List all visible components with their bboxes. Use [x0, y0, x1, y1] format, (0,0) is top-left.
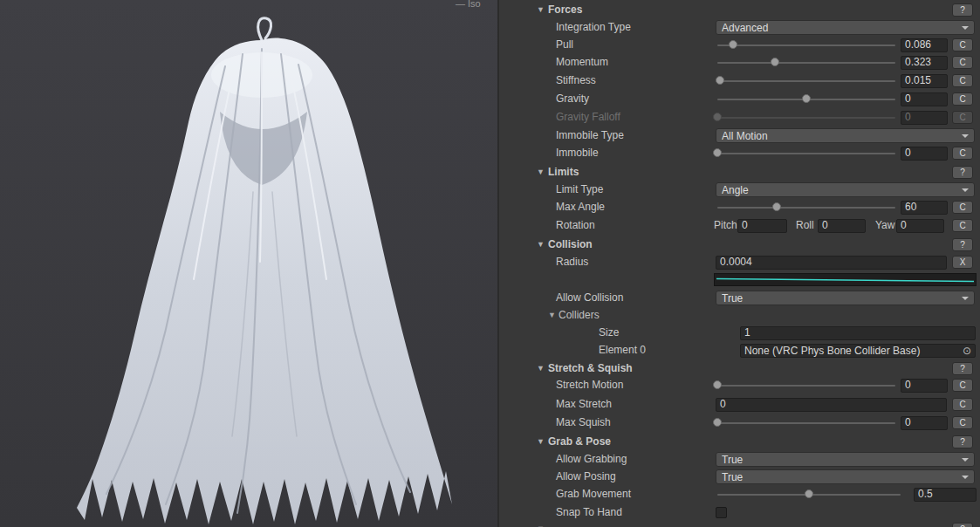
- chevron-down-icon: [962, 458, 969, 462]
- field-label: Allow Grabbing: [556, 453, 627, 465]
- row-limit-type: Limit Type Angle: [499, 182, 980, 198]
- pitch-field[interactable]: 0: [737, 219, 787, 233]
- clear-button[interactable]: X: [952, 256, 973, 269]
- help-button[interactable]: ?: [952, 435, 973, 448]
- row-max-stretch: Max Stretch 0 C: [499, 397, 980, 413]
- field-label: Immobile Type: [556, 129, 624, 141]
- stiffness-value-field[interactable]: 0.015: [901, 74, 948, 88]
- element0-object-field[interactable]: None (VRC Phys Bone Collider Base) ⊙: [740, 344, 976, 358]
- row-colliders-size: Size 1: [499, 325, 980, 341]
- section-title[interactable]: Stretch & Squish: [548, 362, 633, 374]
- pull-value-field[interactable]: 0.086: [901, 38, 948, 52]
- snap-to-hand-checkbox[interactable]: [716, 507, 727, 518]
- dropdown-value: True: [722, 292, 962, 305]
- copy-button[interactable]: C: [952, 398, 973, 411]
- slider-handle[interactable]: [805, 489, 813, 498]
- slider-track: [717, 117, 895, 119]
- row-snap-to-hand: Snap To Hand: [499, 505, 980, 521]
- foldout-arrow-icon[interactable]: ▼: [537, 363, 545, 373]
- max-stretch-field[interactable]: 0: [716, 398, 947, 412]
- momentum-slider[interactable]: [717, 55, 895, 71]
- help-button[interactable]: ?: [952, 166, 973, 179]
- allow-collision-dropdown[interactable]: True: [716, 291, 975, 305]
- foldout-arrow-icon[interactable]: ▼: [537, 239, 545, 250]
- section-header-collision: ▼ Collision ?: [499, 237, 980, 253]
- colliders-size-field[interactable]: 1: [740, 326, 976, 340]
- slider-handle[interactable]: [802, 94, 811, 103]
- limit-type-dropdown[interactable]: Angle: [716, 182, 975, 197]
- slider-handle[interactable]: [771, 58, 779, 66]
- slider-handle[interactable]: [713, 418, 722, 427]
- radius-value: 0.0004: [720, 256, 752, 268]
- section-title[interactable]: Limits: [548, 166, 579, 178]
- immobile-value-field[interactable]: 0: [901, 147, 948, 161]
- slider-handle[interactable]: [713, 380, 722, 389]
- allow-posing-dropdown[interactable]: True: [716, 469, 975, 484]
- stretch-motion-slider[interactable]: [717, 378, 895, 394]
- stretch-motion-value-field[interactable]: 0: [901, 379, 948, 393]
- stiffness-value: 0.015: [905, 74, 931, 86]
- scene-view[interactable]: — Iso: [0, 0, 497, 527]
- help-button[interactable]: ?: [952, 238, 973, 251]
- max-angle-slider[interactable]: [717, 200, 895, 216]
- foldout-arrow-icon[interactable]: ▼: [537, 4, 545, 15]
- pull-slider[interactable]: [717, 38, 895, 53]
- slider-handle[interactable]: [772, 202, 781, 211]
- yaw-field[interactable]: 0: [896, 219, 944, 233]
- row-immobile-type: Immobile Type All Motion: [499, 128, 980, 144]
- pull-value: 0.086: [905, 38, 931, 51]
- copy-button[interactable]: C: [952, 38, 973, 51]
- copy-button[interactable]: C: [952, 416, 973, 429]
- foldout-arrow-icon[interactable]: ▼: [548, 310, 556, 320]
- foldout-arrow-icon[interactable]: ▼: [537, 524, 545, 527]
- slider-handle: [713, 113, 722, 121]
- field-label: Max Angle: [556, 201, 605, 213]
- chevron-down-icon: [962, 476, 969, 479]
- immobile-type-dropdown[interactable]: All Motion: [716, 128, 975, 143]
- immobile-value: 0: [905, 147, 911, 159]
- copy-button[interactable]: C: [952, 56, 973, 69]
- copy-button[interactable]: C: [952, 147, 973, 160]
- gravity-slider[interactable]: [717, 92, 895, 107]
- subsection-title[interactable]: Colliders: [559, 309, 600, 321]
- immobile-slider[interactable]: [717, 146, 895, 161]
- row-radius: Radius 0.0004 X: [499, 255, 980, 270]
- dropdown-value: Angle: [722, 184, 962, 196]
- gravity-value-field[interactable]: 0: [901, 92, 948, 106]
- max-squish-value-field[interactable]: 0: [901, 416, 948, 430]
- slider-handle[interactable]: [729, 40, 737, 49]
- foldout-arrow-icon[interactable]: ▼: [537, 167, 545, 177]
- slider-handle[interactable]: [713, 148, 722, 157]
- section-title[interactable]: Grab & Pose: [548, 435, 611, 448]
- section-title[interactable]: Forces: [548, 3, 582, 16]
- foldout-arrow-icon[interactable]: ▼: [537, 436, 545, 447]
- copy-button[interactable]: C: [952, 74, 973, 87]
- help-button[interactable]: ?: [952, 362, 973, 375]
- chevron-down-icon: [962, 297, 969, 300]
- max-squish-slider[interactable]: [717, 415, 895, 431]
- hair-silhouette: [77, 38, 452, 524]
- grab-movement-slider[interactable]: [717, 487, 901, 503]
- scene-projection-label[interactable]: — Iso: [456, 0, 481, 9]
- radius-curve-field[interactable]: [714, 273, 977, 286]
- pitch-label: Pitch: [714, 219, 737, 231]
- object-picker-icon[interactable]: ⊙: [963, 346, 971, 356]
- integration-type-dropdown[interactable]: Advanced: [716, 20, 975, 35]
- copy-button[interactable]: C: [952, 201, 973, 214]
- radius-field[interactable]: 0.0004: [716, 256, 947, 270]
- copy-button[interactable]: C: [952, 219, 973, 232]
- roll-field[interactable]: 0: [818, 219, 866, 233]
- copy-button[interactable]: C: [952, 379, 973, 392]
- stiffness-slider[interactable]: [717, 73, 895, 89]
- help-button[interactable]: ?: [952, 523, 973, 527]
- hair-ahoge: [258, 18, 271, 40]
- slider-handle[interactable]: [716, 76, 724, 85]
- slider-track: [717, 62, 895, 64]
- allow-grabbing-dropdown[interactable]: True: [716, 452, 975, 467]
- grab-movement-value-field[interactable]: 0.5: [914, 488, 977, 502]
- section-title[interactable]: Collision: [548, 238, 593, 250]
- help-button[interactable]: ?: [952, 3, 973, 17]
- momentum-value-field[interactable]: 0.323: [901, 56, 948, 70]
- copy-button[interactable]: C: [952, 92, 973, 106]
- max-angle-value-field[interactable]: 60: [901, 201, 948, 215]
